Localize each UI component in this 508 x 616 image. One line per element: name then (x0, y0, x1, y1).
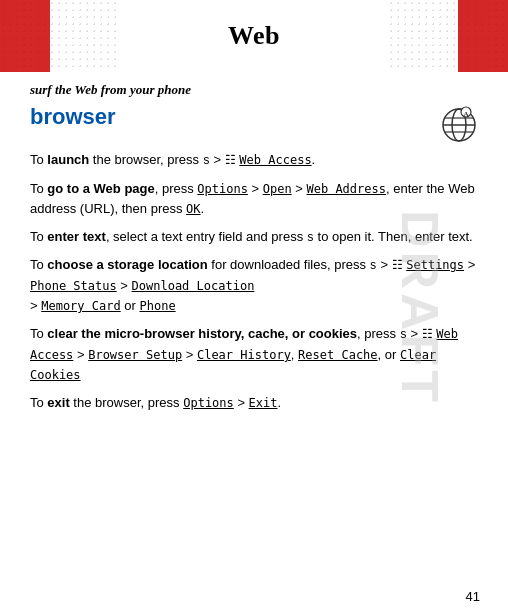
nav-icon2: ☷ (392, 259, 403, 273)
bold-exit: exit (47, 395, 69, 410)
red-corner-left (0, 0, 50, 72)
bold-launch: launch (47, 152, 89, 167)
browser-heading: browser (30, 104, 116, 130)
settings-link: Settings (406, 258, 464, 272)
para-storage: To choose a storage location for downloa… (30, 255, 478, 316)
para-goto: To go to a Web page, press Options > Ope… (30, 179, 478, 219)
nav-icon3: ☷ (422, 328, 433, 342)
phone-link: Phone (140, 299, 176, 313)
para-clear: To clear the micro-browser history, cach… (30, 324, 478, 385)
browser-setup-link: Browser Setup (88, 348, 182, 362)
web-access-link: Web Access (239, 153, 311, 167)
reset-cache-link: Reset Cache (298, 348, 377, 362)
svg-text:A: A (463, 110, 468, 118)
page-header: Web (0, 0, 508, 72)
globe-icon: A (440, 106, 478, 144)
para-launch: To launch the browser, press s > ☷ Web A… (30, 150, 478, 171)
memory-card-link: Memory Card (41, 299, 120, 313)
para-exit: To exit the browser, press Options > Exi… (30, 393, 478, 413)
phone-status-link: Phone Status (30, 279, 117, 293)
web-address-link: Web Address (307, 182, 386, 196)
options-link1: Options (197, 182, 248, 196)
bold-entertext: enter text (47, 229, 106, 244)
ok-link: OK (186, 202, 200, 216)
download-location-link: Download Location (132, 279, 255, 293)
clear-history-link: Clear History (197, 348, 291, 362)
open-link: Open (263, 182, 292, 196)
content-area: browser A To launch the browser, press s… (0, 104, 508, 413)
exit-link: Exit (249, 396, 278, 410)
nav-icon1: ☷ (225, 154, 236, 168)
page-number: 41 (466, 589, 480, 604)
para-entertext: To enter text, select a text entry field… (30, 227, 478, 248)
nav-dot4: s (400, 328, 407, 342)
nav-dot1: s (203, 154, 210, 168)
nav-dot3: s (370, 259, 377, 273)
page-subtitle: surf the Web from your phone (0, 72, 508, 104)
bold-storage: choose a storage location (47, 257, 207, 272)
nav-dot2: s (307, 231, 314, 245)
page-title: Web (228, 21, 280, 51)
browser-heading-row: browser A (30, 104, 478, 144)
red-corner-right (458, 0, 508, 72)
bold-clear: clear the micro-browser history, cache, … (47, 326, 357, 341)
options-link2: Options (183, 396, 234, 410)
bold-goto: go to a Web page (47, 181, 154, 196)
